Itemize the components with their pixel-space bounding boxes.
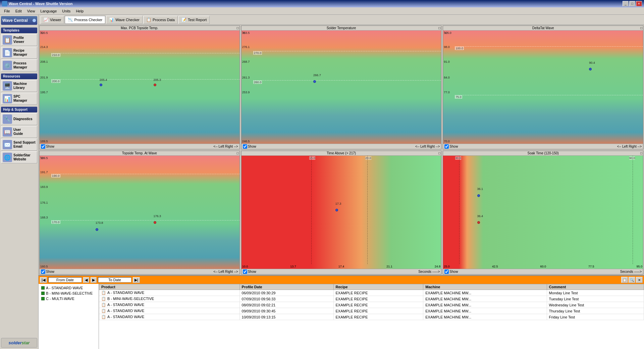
main-layout: Wave Central Templates 📋 ProfileViewer 📄… (0, 15, 644, 349)
table-row[interactable]: 📋A - STANDARD WAVE 06/09/2010 09:30:29 E… (99, 290, 644, 296)
chart-show-label[interactable]: Show (243, 269, 256, 274)
cell-comment: Thursday Line Test (547, 308, 644, 314)
from-date-field[interactable]: From Date (48, 277, 82, 283)
chart-max-pcb-topside: Max. PCB Topside Temp. □ °C 220.5 214.3 … (39, 26, 240, 149)
sidebar-label-spc-manager: SPCManager (13, 95, 27, 103)
tab-process-checker[interactable]: 📉 Process Checker (65, 16, 105, 24)
menu-bar: File Edit View Language Units Help (0, 7, 644, 15)
nav-first-btn[interactable]: |◀ (40, 277, 47, 283)
bottom-icon-1[interactable]: 📋 (621, 277, 628, 283)
sidebar-item-diagnostics[interactable]: 🔧 Diagnostics (1, 113, 37, 125)
chart-solder-temp-title: Solder Temperature □ (241, 26, 441, 31)
chart-maximize-btn[interactable]: □ (438, 151, 440, 155)
chart-footer: Show <-- Left Right --> (40, 269, 239, 274)
close-button[interactable]: ✕ (636, 1, 642, 6)
product-dot (41, 286, 45, 290)
chart-show-label[interactable]: Show (243, 144, 256, 149)
tab-test-report[interactable]: 📝 Test Report (178, 16, 210, 24)
menu-edit[interactable]: Edit (13, 8, 24, 14)
chart-show-label[interactable]: Show (444, 144, 458, 149)
sidebar-item-machine-library[interactable]: 🖥️ MachineLibrary (1, 80, 37, 92)
nav-next-btn[interactable]: ▶ (91, 277, 97, 283)
chart-maximize-btn[interactable]: □ (438, 26, 440, 30)
sidebar-label-diagnostics: Diagnostics (13, 117, 33, 121)
product-item-b[interactable]: B - MINI-WAVE-SELECTIVE (40, 291, 97, 296)
to-date-field[interactable]: To Date (98, 277, 131, 283)
menu-help[interactable]: Help (73, 8, 86, 14)
sidebar-item-recipe-manager[interactable]: 📄 RecipeManager (1, 47, 37, 59)
data-table-container: Product Profile Date Recipe Machine Comm… (99, 284, 644, 349)
menu-language[interactable]: Language (38, 8, 59, 14)
chart-show-label[interactable]: Show (41, 144, 54, 149)
menu-file[interactable]: File (1, 8, 13, 14)
tab-test-report-label: Test Report (188, 18, 207, 22)
product-item-a[interactable]: A - STANDARD WAVE (40, 285, 97, 291)
table-row[interactable]: 📋A - STANDARD WAVE 09/09/2010 09:30:45 E… (99, 308, 644, 314)
sidebar-item-spc-manager[interactable]: 📊 SPCManager (1, 93, 37, 105)
nav-prev-btn[interactable]: ◀ (83, 277, 89, 283)
tab-process-data[interactable]: 📋 Process Data (143, 16, 178, 24)
bottom-icon-2[interactable]: 🔍 (629, 277, 635, 283)
chart-direction-label: <-- Left Right --> (213, 145, 238, 148)
nav-last-btn[interactable]: ▶| (133, 277, 140, 283)
title-text: Wave Central - Wave Shuttle Version (9, 2, 73, 6)
product-item-a-label: A - STANDARD WAVE (46, 286, 83, 290)
chart-time-above: Time Above (> 217) □ 15.0 20.0 17.3 (241, 151, 442, 275)
chart-solder-temperature: Solder Temperature □ °C 283.5 276.1 268.… (241, 26, 442, 149)
charts-bottom-row: Topside Temp. At Wave □ °C 199.5 191.7 1… (39, 150, 644, 275)
bottom-icon-3[interactable]: ✕ (636, 277, 643, 283)
menu-view[interactable]: View (24, 8, 38, 14)
chart-gradient: 283.5 276.1 268.7 261.3 253.9 246.5 270.… (241, 31, 441, 144)
table-row[interactable]: 📋A - STANDARD WAVE 08/09/2010 09:02:21 E… (99, 302, 644, 308)
cell-machine: EXAMPLE MACHINE MW... (423, 308, 547, 314)
chart-show-label[interactable]: Show (444, 269, 458, 274)
chart-show-checkbox[interactable] (41, 144, 45, 149)
product-item-b-label: B - MINI-WAVE-SELECTIVE (46, 291, 93, 295)
recipe-manager-icon: 📄 (3, 48, 12, 57)
chart-show-checkbox[interactable] (444, 144, 449, 149)
col-header-machine: Machine (423, 284, 547, 290)
sidebar-item-solderstar-website[interactable]: 🌐 SolderStarWebsite (1, 151, 37, 163)
product-list: A - STANDARD WAVE B - MINI-WAVE-SELECTIV… (39, 284, 99, 349)
sidebar-item-process-manager[interactable]: ⚙️ ProcessManager (1, 59, 37, 71)
sidebar-label-user-guide: UserGuide (13, 128, 23, 136)
cell-product: 📋A - STANDARD WAVE (99, 314, 240, 320)
chart-deltatat-body: °C 105.0 98.0 91.0 84.0 77.0 70.0 100.0 (443, 31, 643, 144)
tab-viewer[interactable]: 📈 Viewer (41, 16, 64, 24)
process-manager-icon: ⚙️ (3, 61, 12, 70)
charts-area: Max. PCB Topside Temp. □ °C 220.5 214.3 … (39, 25, 644, 275)
chart-show-checkbox[interactable] (243, 269, 247, 274)
chart-topside-temp-wave-title: Topside Temp. At Wave □ (40, 151, 239, 156)
sidebar-item-profile-viewer[interactable]: 📋 ProfileViewer (1, 34, 37, 46)
cell-machine: EXAMPLE MACHINE MW... (423, 314, 547, 320)
chart-maximize-btn[interactable]: □ (237, 26, 239, 30)
menu-units[interactable]: Units (59, 8, 73, 14)
sidebar-item-send-support-email[interactable]: ✉️ Send SupportEmail (1, 139, 37, 151)
table-row[interactable]: 📋A - STANDARD WAVE 10/09/2010 09:13:15 E… (99, 314, 644, 320)
chart-footer: Show <-- Left Right --> (40, 144, 239, 149)
wave-checker-icon: 📊 (109, 17, 114, 22)
chart-show-checkbox[interactable] (243, 144, 247, 149)
minimize-button[interactable]: _ (623, 1, 629, 6)
table-row[interactable]: 📋B - MINI-WAVE-SELECTIVE 07/09/2010 09:5… (99, 296, 644, 302)
tab-wave-checker-label: Wave Checker (115, 18, 140, 22)
product-item-c[interactable]: C - MULTI-WAVE (40, 296, 97, 301)
restore-button[interactable]: □ (629, 1, 635, 6)
content-area: 📈 Viewer 📉 Process Checker 📊 Wave Checke… (39, 15, 644, 349)
tab-wave-checker[interactable]: 📊 Wave Checker (106, 16, 143, 24)
chart-footer: Show Seconds -----> (443, 269, 643, 274)
sidebar-label-profile-viewer: ProfileViewer (13, 36, 24, 44)
sidebar-item-user-guide[interactable]: 📖 UserGuide (1, 126, 37, 138)
chart-show-checkbox[interactable] (41, 269, 45, 274)
bottom-toolbar: |◀ From Date ◀ ▶ To Date ▶| 📋 🔍 ✕ (39, 276, 644, 284)
chart-maximize-btn[interactable]: □ (640, 151, 642, 155)
chart-maximize-btn[interactable]: □ (640, 26, 642, 30)
chart-show-label[interactable]: Show (41, 269, 54, 274)
sidebar-section-templates: Templates (1, 28, 37, 33)
cell-date: 09/09/2010 09:30:45 (239, 308, 333, 314)
product-item-c-label: C - MULTI-WAVE (46, 297, 74, 301)
chart-maximize-btn[interactable]: □ (237, 151, 239, 155)
cell-product: 📋B - MINI-WAVE-SELECTIVE (99, 296, 240, 302)
cell-recipe: EXAMPLE RECIPE (333, 290, 423, 296)
chart-show-checkbox[interactable] (444, 269, 449, 274)
